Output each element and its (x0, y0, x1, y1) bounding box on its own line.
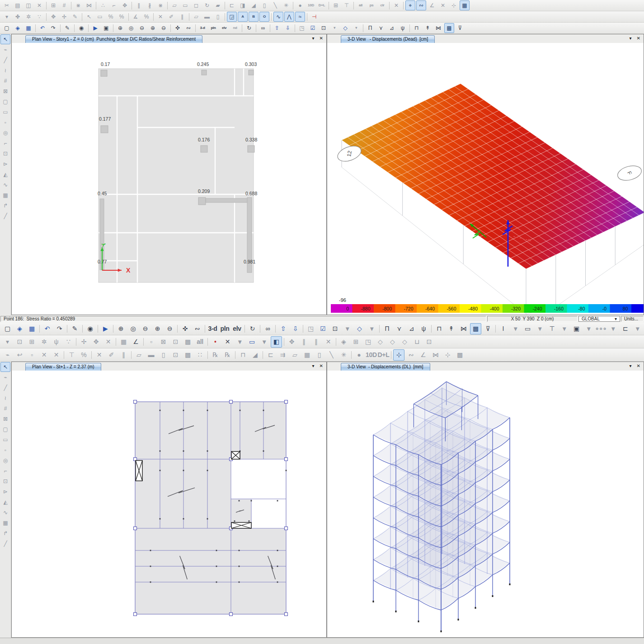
label-b-icon[interactable]: B (249, 12, 259, 22)
zoom-all-icon[interactable]: ◎ (126, 23, 136, 33)
view-3d-icon[interactable]: 3-d (207, 323, 218, 334)
zoom-in-icon[interactable]: ⊕ (152, 323, 163, 334)
snap-x-icon[interactable]: ✕ (391, 0, 401, 10)
pane-close-button[interactable]: ✕ (637, 36, 640, 41)
break-icon[interactable]: ⋇ (73, 0, 83, 10)
run-icon[interactable]: ▶ (90, 23, 100, 33)
view-3d-icon[interactable]: 3-d (197, 23, 207, 33)
chain-icon[interactable]: ∾ (183, 23, 193, 33)
vee-icon[interactable]: ⋎ (394, 323, 405, 334)
lock-icon[interactable]: ◉ (85, 323, 96, 334)
pane-collapse-button[interactable]: ▾ (630, 36, 632, 41)
move-up-icon[interactable]: ⇧ (277, 323, 289, 334)
reshape-icon[interactable]: ⌁ (0, 372, 10, 382)
view-elev-icon[interactable]: elv (219, 23, 229, 33)
percent-icon[interactable]: % (78, 349, 89, 361)
rotate-view-icon[interactable]: ↻ (244, 23, 254, 33)
perspective-icon[interactable]: ∞ (258, 23, 268, 33)
select-clr-icon[interactable]: clr (377, 0, 387, 10)
label-o-icon[interactable]: O (259, 12, 269, 22)
paste-icon[interactable]: ▤ (13, 0, 23, 10)
caret-6-icon[interactable]: ▾ (632, 323, 643, 334)
mirror-icon[interactable]: ⋈ (84, 0, 94, 10)
wave-icon[interactable]: ∿ (0, 180, 10, 190)
brace-icon[interactable]: ╲ (270, 0, 280, 10)
star-icon[interactable]: ✳ (338, 349, 349, 361)
chain-icon[interactable]: ∾ (192, 323, 203, 334)
rotate-icon[interactable]: ↻ (202, 0, 212, 10)
dot-grid-icon[interactable]: ▩ (454, 349, 465, 361)
undo-icon[interactable]: ↶ (38, 23, 47, 33)
lock-icon[interactable]: ◉ (76, 23, 86, 33)
check-icon[interactable]: ☑ (317, 323, 329, 334)
move-icon[interactable]: ✥ (286, 336, 297, 348)
save-icon[interactable]: ▦ (26, 323, 38, 334)
cut-line-icon[interactable]: ✕ (155, 12, 165, 22)
section-rect-icon[interactable]: ▭ (522, 323, 533, 334)
slab-strip-icon[interactable]: ▭ (180, 0, 190, 10)
vertex-icon[interactable]: ✲ (24, 12, 33, 22)
view-plan-icon[interactable]: pln (208, 23, 218, 33)
hook-icon[interactable]: ⌐ (0, 466, 10, 476)
grid-active-icon[interactable]: ▩ (444, 23, 454, 33)
caret-b-icon[interactable]: ▾ (351, 23, 361, 33)
mesh-icon[interactable]: ▦ (0, 190, 10, 200)
boat-icon[interactable]: ⊽ (455, 23, 465, 33)
grid-draw-icon[interactable]: # (0, 404, 10, 414)
section-dots-icon[interactable]: ∘∘∘ (595, 323, 606, 334)
x-2-icon[interactable]: ✕ (51, 349, 62, 361)
view-elev-icon[interactable]: elv (231, 323, 243, 334)
pane-collapse-button[interactable]: ▾ (630, 363, 632, 368)
replicate-radial-icon[interactable]: ∦ (145, 0, 155, 10)
page-icon[interactable]: ▢ (0, 97, 10, 107)
caret-2-icon[interactable]: ▾ (534, 323, 545, 334)
axes-icon[interactable]: # (59, 0, 69, 10)
column-icon[interactable]: ▯ (259, 0, 269, 10)
sphere-icon[interactable]: ● (295, 0, 305, 10)
chain-2-icon[interactable]: ∾ (405, 349, 417, 361)
page-icon[interactable]: ▯ (158, 349, 169, 361)
frame-icon[interactable]: ⊏ (227, 0, 237, 10)
undo-icon[interactable]: ↶ (42, 323, 53, 334)
move-down-icon[interactable]: ⇩ (290, 323, 301, 334)
diamond-3-icon[interactable]: ◇ (387, 336, 398, 348)
gate-icon[interactable]: Π (365, 23, 375, 33)
dim-icon[interactable]: ⊳ (0, 159, 10, 169)
deck-icon[interactable]: ▱ (169, 0, 179, 10)
rect-draw-icon[interactable]: ▭ (0, 435, 10, 445)
cone-icon[interactable]: ◭ (0, 169, 10, 179)
check-2-icon[interactable]: ▩ (182, 336, 193, 348)
move-up-icon[interactable]: ⇧ (272, 23, 282, 33)
line-icon[interactable]: ╱ (0, 55, 10, 65)
select-all-icon[interactable]: all (194, 336, 206, 348)
hook-icon[interactable]: ↩ (14, 349, 25, 361)
pencil-icon[interactable]: ✎ (69, 323, 80, 334)
caret-8-icon[interactable]: ▾ (234, 336, 245, 348)
slab-icon[interactable]: ▬ (202, 12, 212, 22)
calc-icon[interactable]: ⊞ (331, 0, 341, 10)
line-icon[interactable]: ╱ (0, 383, 10, 393)
snap-grid-icon[interactable]: ▦ (460, 0, 470, 10)
coordinate-system-dropdown[interactable]: GLOBAL ▾ (578, 316, 620, 322)
mesh-icon[interactable]: ▦ (0, 518, 10, 528)
scatter-icon[interactable]: ∷ (194, 349, 206, 361)
x-area-icon[interactable]: ⊠ (0, 414, 10, 424)
mesh-icon[interactable]: ▦ (301, 349, 313, 361)
zoom-window-icon[interactable]: ⊕ (115, 323, 127, 334)
pane-title[interactable]: Plan View - St+1 - Z = 2.37 (m) (25, 363, 101, 371)
caret-4-icon[interactable]: ▾ (583, 323, 594, 334)
slab-icon[interactable]: ▬ (146, 349, 157, 361)
red-dot-icon[interactable]: • (210, 336, 221, 348)
replicate-linear-icon[interactable]: ∥ (134, 0, 144, 10)
zoom-all-icon[interactable]: ◎ (127, 323, 139, 334)
bq-2-icon[interactable]: ℞ (222, 349, 233, 361)
copy-icon[interactable]: ◫ (24, 0, 33, 10)
lines-icon[interactable]: ╲ (326, 349, 337, 361)
more-icon[interactable]: ▾ (2, 12, 12, 22)
dash-check-icon[interactable]: ▫ (146, 336, 157, 348)
cube-icon[interactable]: ◇ (354, 323, 365, 334)
pan-icon[interactable]: ✜ (173, 23, 183, 33)
decks-icon[interactable]: ▱ (191, 12, 201, 22)
select-move-icon[interactable]: ✥ (48, 12, 58, 22)
chair-icon[interactable]: ⊓ (412, 23, 422, 33)
